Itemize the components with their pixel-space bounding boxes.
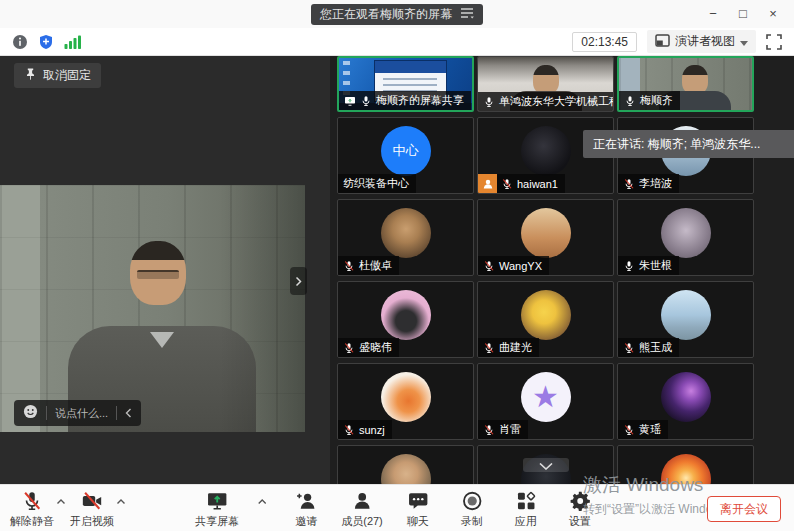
video-person-head	[130, 241, 186, 305]
minimize-button[interactable]: −	[698, 0, 728, 28]
layout-icon	[655, 34, 670, 50]
leave-meeting-button[interactable]: 离开会议	[707, 496, 781, 522]
mic-muted-icon	[501, 178, 513, 190]
divider	[46, 406, 47, 420]
screen-share-icon	[206, 490, 228, 512]
members-button[interactable]: 成员(27)	[341, 490, 383, 529]
toolbar-button-label: 邀请	[295, 514, 317, 529]
invite-button[interactable]: 邀请	[287, 490, 325, 529]
mic-on-icon	[483, 96, 495, 108]
watching-banner[interactable]: 您正在观看梅顺齐的屏幕	[311, 4, 483, 25]
participant-name: 梅顺齐	[640, 93, 673, 108]
participant-tile[interactable]: sunzj	[337, 363, 474, 440]
participant-video-off	[338, 446, 473, 484]
unpin-button[interactable]: 取消固定	[14, 63, 101, 88]
participant-tile[interactable]: 黄瑶	[617, 363, 754, 440]
participant-tile[interactable]	[477, 445, 614, 484]
chevron-up-icon[interactable]	[257, 498, 267, 505]
participant-name: 纺织装备中心	[343, 176, 409, 191]
chat-icon	[407, 490, 429, 512]
screen-share-icon	[344, 95, 356, 107]
fullscreen-icon[interactable]	[766, 34, 782, 50]
participant-label: 杜傲卓	[338, 256, 399, 275]
mic-muted-icon	[343, 424, 355, 436]
toolbar-button-label: 录制	[461, 514, 483, 529]
camera-off-icon	[81, 490, 103, 512]
collapse-chat-icon[interactable]	[125, 404, 132, 422]
toolbar-button-label: 应用	[515, 514, 537, 529]
record-icon	[461, 490, 483, 512]
participant-name: 肖雷	[499, 422, 521, 437]
participant-name: WangYX	[499, 260, 542, 272]
mic-on-icon	[624, 95, 636, 107]
avatar	[521, 290, 571, 340]
avatar	[661, 290, 711, 340]
person-icon	[351, 490, 373, 512]
avatar	[521, 372, 571, 422]
signal-bars-icon[interactable]	[64, 35, 81, 49]
participant-tile[interactable]: 肖雷	[477, 363, 614, 440]
info-icon[interactable]	[12, 34, 28, 50]
participant-label: 黄瑶	[618, 420, 668, 439]
emoji-icon[interactable]	[23, 404, 38, 423]
participant-label: WangYX	[478, 256, 549, 275]
unpin-label: 取消固定	[43, 67, 91, 84]
participant-tile[interactable]: 杜傲卓	[337, 199, 474, 276]
participant-tile[interactable]: 单鸿波东华大学机械工程...	[477, 56, 614, 112]
unmute-button[interactable]: 解除静音	[10, 490, 54, 529]
banner-menu-icon[interactable]	[460, 7, 474, 22]
participant-tile[interactable]: 熊玉成	[617, 281, 754, 358]
participant-tile[interactable]: 中心纺织装备中心	[337, 117, 474, 194]
participant-name: 单鸿波东华大学机械工程...	[499, 94, 613, 109]
participant-name: 朱世根	[639, 258, 672, 273]
toolbar-button-label: 设置	[569, 514, 591, 529]
participant-label: sunzj	[338, 420, 392, 439]
participant-name: 熊玉成	[639, 340, 672, 355]
expand-arrow-button[interactable]	[290, 267, 307, 295]
toolbar-button-label: 成员(27)	[341, 514, 383, 529]
record-button[interactable]: 录制	[453, 490, 491, 529]
participant-label: 梅顺齐	[619, 91, 680, 110]
maximize-button[interactable]: □	[728, 0, 758, 28]
settings-button[interactable]: 设置	[561, 490, 599, 529]
avatar	[381, 372, 431, 422]
avatar: 中心	[381, 126, 431, 176]
toolbar-button-label: 聊天	[407, 514, 429, 529]
share-screen-button[interactable]: 共享屏幕	[195, 490, 239, 529]
mic-muted-icon	[343, 260, 355, 272]
meeting-header: 02:13:45 演讲者视图	[0, 28, 794, 56]
avatar	[381, 290, 431, 340]
meeting-timer: 02:13:45	[572, 32, 637, 52]
participant-tile[interactable]: 梅顺齐的屏幕共享	[337, 56, 474, 112]
grid-scroll-down-button[interactable]	[523, 458, 569, 472]
chat-input[interactable]: 说点什么...	[55, 406, 108, 421]
start-video-button[interactable]: 开启视频	[70, 490, 114, 529]
participant-label: 梅顺齐的屏幕共享	[339, 91, 471, 110]
participant-tile[interactable]: 朱世根	[617, 199, 754, 276]
participant-tile[interactable]: WangYX	[477, 199, 614, 276]
participant-tile[interactable]: 梅顺齐	[617, 56, 754, 112]
close-button[interactable]: ×	[758, 0, 788, 28]
chevron-up-icon[interactable]	[116, 498, 126, 505]
shield-icon[interactable]	[38, 34, 54, 50]
participant-name: haiwan1	[517, 178, 558, 190]
pinned-video[interactable]	[0, 185, 305, 432]
participant-tile[interactable]	[337, 445, 474, 484]
participant-video-off	[618, 446, 753, 484]
bottom-toolbar: 解除静音开启视频 共享屏幕邀请成员(27)聊天录制应用设置 离开会议	[0, 484, 794, 531]
participant-tile[interactable]: 曲建光	[477, 281, 614, 358]
pushpin-icon	[24, 67, 37, 84]
participant-tile[interactable]	[617, 445, 754, 484]
participant-grid: 梅顺齐的屏幕共享单鸿波东华大学机械工程...梅顺齐中心纺织装备中心haiwan1…	[337, 56, 754, 484]
avatar	[661, 208, 711, 258]
participant-tile[interactable]: 盛晓伟	[337, 281, 474, 358]
chevron-up-icon[interactable]	[56, 498, 66, 505]
chat-button[interactable]: 聊天	[399, 490, 437, 529]
avatar	[521, 126, 571, 176]
view-mode-button[interactable]: 演讲者视图	[647, 30, 756, 53]
mic-muted-icon	[483, 342, 495, 354]
participant-label: 单鸿波东华大学机械工程...	[478, 92, 613, 111]
apps-button[interactable]: 应用	[507, 490, 545, 529]
stage: 取消固定 说点什么... 梅顺齐的屏幕共享单鸿波东华大学机械工程...梅顺齐中心…	[0, 56, 794, 484]
quick-chat-bar: 说点什么...	[14, 400, 141, 426]
